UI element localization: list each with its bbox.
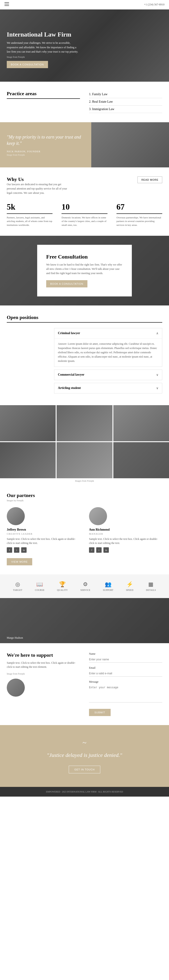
form-name-input[interactable]	[89, 657, 162, 663]
facebook-icon[interactable]: f	[7, 547, 12, 553]
icon-label-speed: SPEED	[126, 589, 133, 591]
free-consult-text: We know it can be hard to find the right…	[46, 262, 123, 276]
get-in-touch-button[interactable]: GET IN TOUCH	[69, 766, 100, 773]
free-consult-button[interactable]: BOOK A CONSULTATION	[46, 280, 87, 287]
gallery-item-3	[113, 405, 169, 441]
support-title: We're here to support	[7, 652, 80, 658]
partner-avatar-ann	[89, 507, 107, 525]
phone-number: +1 (234) 567-8910	[144, 3, 164, 6]
quote-image-credit: Image from Freepik	[7, 154, 85, 156]
practice-list: 1. Family Law 2. Real Estate Law 3. Immi…	[89, 91, 162, 113]
footer-text: EMPOWERED · 2023 INTERNATIONAL LAW FIRM …	[7, 791, 162, 793]
book-consultation-button[interactable]: BOOK A CONSULTATION	[7, 61, 48, 68]
form-message-textarea[interactable]	[89, 684, 162, 703]
stat-number-3: 67	[117, 202, 162, 214]
partner-avatar-jeffrey	[7, 507, 25, 525]
stat-1: 5k Partners, lawyers, legal assistants, …	[7, 202, 52, 227]
why-us-section: Why Us Our lawyers are dedicated to ensu…	[0, 167, 169, 236]
practice-left: Practice areas	[7, 91, 80, 113]
stat-desc-3: Overseas partnerships. We have internati…	[117, 216, 162, 227]
form-message-label: Message	[89, 680, 162, 684]
icon-label-target: TARGET	[13, 589, 22, 591]
icon-course[interactable]: 📖 COURSE	[35, 581, 44, 591]
hero-content: International Law Firm We understand you…	[7, 31, 79, 68]
free-consultation-section: Free Consultation We know it can be hard…	[0, 236, 169, 305]
svg-rect-2	[5, 5, 9, 6]
partner-avatar-img-jeffrey	[7, 507, 25, 525]
chevron-down-icon-2: ∨	[156, 386, 158, 390]
icon-details[interactable]: ▦ DETAILS	[146, 581, 156, 591]
course-icon: 📖	[36, 581, 43, 587]
form-name-label: Name	[89, 652, 162, 655]
instagram-icon-2[interactable]: in	[103, 547, 109, 553]
facebook-icon-2[interactable]: f	[89, 547, 95, 553]
support-left: We're here to support Sample text. Click…	[7, 652, 80, 716]
signature: ~	[7, 738, 162, 747]
hero-image-credit: Image from Freepik	[7, 56, 79, 58]
positions-left-label	[7, 328, 47, 396]
partner-socials-ann: f t in	[89, 547, 162, 553]
free-consult-box: Free Consultation We know it can be hard…	[37, 245, 132, 296]
support-form: Name Email Message SUBMIT	[89, 652, 162, 716]
position-name-commercial: Commercial lawyer	[58, 373, 85, 377]
stat-2: 10 Domestic locations. We have offices i…	[62, 202, 107, 227]
open-positions-title: Open positions	[7, 315, 162, 323]
partner-avatar-img-ann	[89, 507, 107, 525]
position-body-criminal: Answer: Lorem ipsum dolor sit amet, cons…	[54, 339, 162, 367]
icon-quality[interactable]: 🏆 QUALITY	[57, 581, 68, 591]
quote-left: "My top priority is to earn your trust a…	[0, 122, 91, 167]
partners-grid: Jeffrey Brown CREATIVE LEADER Sample tex…	[7, 507, 162, 553]
twitter-icon[interactable]: t	[14, 547, 19, 553]
practice-item-1: 1. Family Law	[89, 91, 162, 98]
svg-rect-1	[5, 4, 9, 4]
details-icon: ▦	[148, 581, 153, 587]
chevron-down-icon: ∨	[156, 373, 158, 377]
stat-number-2: 10	[62, 202, 107, 214]
stat-number-1: 5k	[7, 202, 52, 214]
stat-desc-1: Partners, lawyers, legal assistants, and…	[7, 216, 52, 227]
instagram-icon[interactable]: in	[21, 547, 27, 553]
gallery-item-2	[57, 405, 112, 441]
icons-row: ◎ TARGET 📖 COURSE 🏆 QUALITY ⚙ SERVICE 👥 …	[0, 574, 169, 598]
stat-3: 67 Overseas partnerships. We have intern…	[117, 202, 162, 227]
gallery-item-5	[57, 442, 112, 478]
position-item-commercial: Commercial lawyer ∨	[54, 369, 162, 380]
submit-button[interactable]: SUBMIT	[89, 709, 111, 716]
position-header-commercial[interactable]: Commercial lawyer ∨	[54, 370, 162, 380]
partner-role-ann: MANAGER	[89, 532, 162, 535]
stats-row: 5k Partners, lawyers, legal assistants, …	[7, 202, 162, 227]
read-more-button[interactable]: READ MORE	[137, 177, 162, 183]
position-name-articling: Articling student	[58, 386, 81, 390]
form-email-label: Email	[89, 666, 162, 670]
positions-layout: Criminal lawyer ∧ Answer: Lorem ipsum do…	[7, 328, 162, 396]
practice-title: Practice areas	[7, 91, 80, 99]
practice-item-3: 3. Immigration Law	[89, 106, 162, 113]
form-email-input[interactable]	[89, 670, 162, 676]
speed-icon: ⚡	[126, 581, 133, 587]
hero-title: International Law Firm	[7, 31, 79, 38]
icon-label-course: COURSE	[35, 589, 44, 591]
target-icon: ◎	[15, 581, 20, 587]
support-section: We're here to support Sample text. Click…	[0, 643, 169, 725]
team-label: Margo Hudson	[0, 633, 30, 643]
icon-service[interactable]: ⚙ SERVICE	[81, 581, 90, 591]
view-more-button[interactable]: VIEW MORE	[7, 558, 32, 565]
partner-name-ann: Ann Richmond	[89, 528, 162, 531]
position-item-articling: Articling student ∨	[54, 383, 162, 393]
why-us-left: Why Us Our lawyers are dedicated to ensu…	[7, 177, 70, 196]
service-icon: ⚙	[83, 581, 88, 587]
icon-speed[interactable]: ⚡ SPEED	[126, 581, 133, 591]
gallery-item-1	[0, 405, 56, 441]
icon-target[interactable]: ◎ TARGET	[13, 581, 22, 591]
twitter-icon-2[interactable]: t	[96, 547, 102, 553]
quote-text: "My top priority is to earn your trust a…	[7, 134, 85, 146]
position-header-criminal[interactable]: Criminal lawyer ∧	[54, 328, 162, 339]
form-email-group: Email	[89, 666, 162, 676]
icon-label-service: SERVICE	[81, 589, 90, 591]
partner-ann: Ann Richmond MANAGER Sample text. Click …	[89, 507, 162, 553]
why-us-text: Our lawyers are dedicated to ensuring th…	[7, 182, 70, 196]
position-header-articling[interactable]: Articling student ∨	[54, 383, 162, 393]
icon-support[interactable]: 👥 SUPPORT	[103, 581, 114, 591]
free-consult-title: Free Consultation	[46, 254, 123, 260]
menu-icon[interactable]	[5, 2, 9, 7]
